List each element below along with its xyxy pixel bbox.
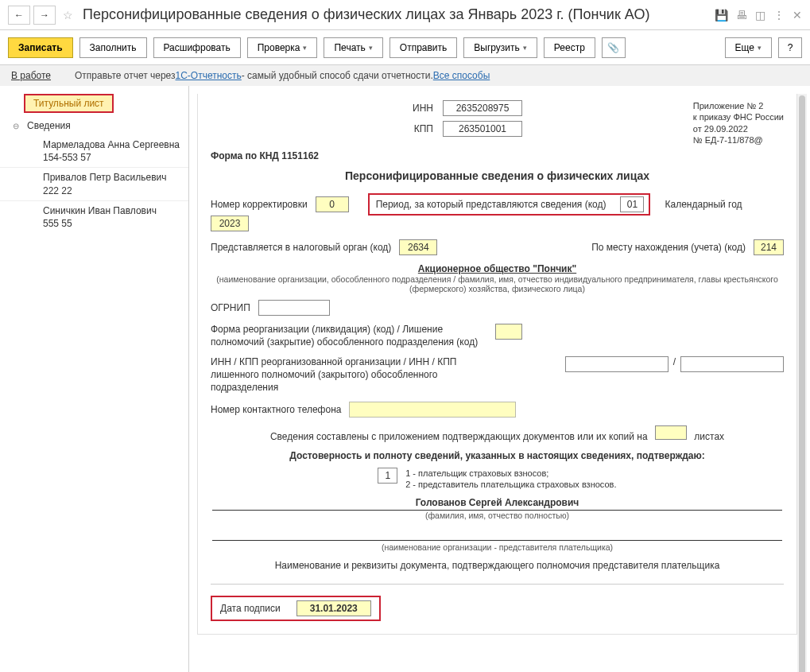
info-text1: Отправьте отчет через: [75, 70, 176, 81]
reorg-label: Форма реорганизации (ликвидация) (код) /…: [211, 324, 481, 348]
corr-label: Номер корректировки: [211, 199, 308, 210]
sidebar-section-svedeniya[interactable]: ⊖ Сведения: [0, 116, 188, 135]
inn-label: ИНН: [393, 103, 433, 114]
divider: [211, 584, 784, 585]
confirm-options: 1 - плательщик страховых взносов; 2 - пр…: [405, 468, 616, 491]
pages-before: Сведения составлены с приложением подтве…: [270, 431, 648, 442]
ogrnip-field[interactable]: [258, 300, 330, 316]
org-name: Акционерное общество "Пончик": [211, 263, 784, 274]
info-link-all[interactable]: Все способы: [433, 70, 490, 81]
fill-button[interactable]: Заполнить: [79, 37, 147, 58]
send-button[interactable]: Отправить: [389, 37, 458, 58]
save-button[interactable]: Записать: [8, 37, 73, 58]
signer-name[interactable]: Голованов Сергей Александрович: [212, 497, 782, 511]
info-strip: В работе Отправьте отчет через 1С-Отчетн…: [0, 65, 810, 86]
tax-org-label: Представляется в налоговый орган (код): [211, 242, 391, 253]
attachment-info: Приложение № 2 к приказу ФНС России от 2…: [693, 100, 784, 146]
title-bar: ← → ☆ Персонифицированные сведения о физ…: [0, 0, 810, 30]
rep-org-hint: (наименование организации - представител…: [211, 542, 784, 552]
help-button[interactable]: ?: [778, 37, 802, 58]
info-text2: - самый удобный способ сдачи отчетности.: [242, 70, 433, 81]
reorg-kpp-field[interactable]: [680, 356, 784, 372]
scrollbar-thumb[interactable]: [799, 95, 805, 672]
signature-date-highlight: Дата подписи 31.01.2023: [211, 596, 381, 621]
attach-button[interactable]: 📎: [602, 37, 626, 58]
sidebar-person-2[interactable]: Синичкин Иван Павлович 555 55: [0, 200, 188, 233]
reorg-inn-label: ИНН / КПП реорганизованной организации /…: [211, 356, 481, 394]
kpp-field[interactable]: 263501001: [443, 121, 522, 137]
doc-icon[interactable]: ◫: [755, 9, 765, 21]
save-icon[interactable]: 💾: [715, 9, 728, 21]
org-hint: (наименование организации, обособленного…: [211, 274, 784, 293]
window-title: Персонифицированные сведения о физически…: [83, 6, 715, 23]
check-button[interactable]: Проверка: [247, 37, 318, 58]
tax-org-field[interactable]: 2634: [399, 239, 437, 255]
toolbar: Записать Заполнить Расшифровать Проверка…: [0, 30, 810, 65]
sig-date-label: Дата подписи: [220, 603, 281, 614]
sidebar-section-label: Сведения: [27, 120, 71, 131]
form-title: Персонифицированные сведения о физически…: [211, 169, 784, 182]
more-button[interactable]: Еще: [725, 37, 772, 58]
registry-button[interactable]: Реестр: [544, 37, 595, 58]
sidebar-person-1[interactable]: Привалов Петр Васильевич 222 22: [0, 167, 188, 200]
collapse-icon[interactable]: ⊖: [13, 122, 19, 130]
kpp-label: КПП: [393, 123, 433, 134]
form-knd: Форма по КНД 1151162: [211, 150, 784, 161]
sidebar-title-page[interactable]: Титульный лист: [0, 91, 188, 116]
ogrnip-label: ОГРНИП: [211, 302, 250, 313]
print-icon[interactable]: 🖶: [736, 9, 747, 21]
rep-org-line[interactable]: [212, 526, 782, 541]
nav-forward-button[interactable]: →: [33, 6, 56, 25]
nav-back-button[interactable]: ←: [8, 6, 30, 25]
confirm-header: Достоверность и полноту сведений, указан…: [211, 450, 784, 461]
corr-field[interactable]: 0: [316, 196, 349, 212]
confirm-code-field[interactable]: 1: [378, 468, 397, 484]
favorite-star-icon[interactable]: ☆: [59, 6, 76, 24]
doc-text: Наименование и реквизиты документа, подт…: [211, 560, 784, 571]
status-link[interactable]: В работе: [11, 70, 51, 81]
close-icon[interactable]: ✕: [793, 9, 802, 21]
place-label: По месту нахождения (учета) (код): [591, 242, 746, 253]
more-vertical-icon[interactable]: ⋮: [773, 9, 785, 21]
sidebar: Титульный лист ⊖ Сведения Мармеладова Ан…: [0, 86, 189, 672]
pages-after: листах: [694, 431, 724, 442]
reorg-code-field[interactable]: [495, 324, 522, 340]
reorg-inn-field[interactable]: [565, 356, 669, 372]
decode-button[interactable]: Расшифровать: [153, 37, 241, 58]
print-button[interactable]: Печать: [324, 37, 382, 58]
upload-button[interactable]: Выгрузить: [463, 37, 537, 58]
inn-field[interactable]: 2635208975: [443, 100, 522, 116]
period-highlight: Период, за который представляются сведен…: [368, 193, 651, 216]
phone-label: Номер контактного телефона: [211, 404, 341, 415]
year-label: Календарный год: [665, 199, 742, 210]
sidebar-person-0[interactable]: Мармеладова Анна Сергеевна 154-553 57: [0, 135, 188, 167]
phone-field[interactable]: [349, 402, 516, 418]
year-field[interactable]: 2023: [211, 216, 249, 231]
pages-field[interactable]: [655, 425, 687, 440]
place-field[interactable]: 214: [754, 239, 784, 255]
sig-date-field[interactable]: 31.01.2023: [296, 600, 371, 616]
signer-hint: (фамилия, имя, отчество полностью): [211, 511, 784, 520]
form-area: ИНН 2635208975 КПП 263501001 Приложение …: [189, 86, 810, 672]
info-link-1c[interactable]: 1С-Отчетность: [176, 70, 242, 81]
vertical-scrollbar[interactable]: [797, 94, 807, 672]
period-field[interactable]: 01: [620, 196, 644, 212]
period-label: Период, за который представляются сведен…: [376, 199, 607, 210]
